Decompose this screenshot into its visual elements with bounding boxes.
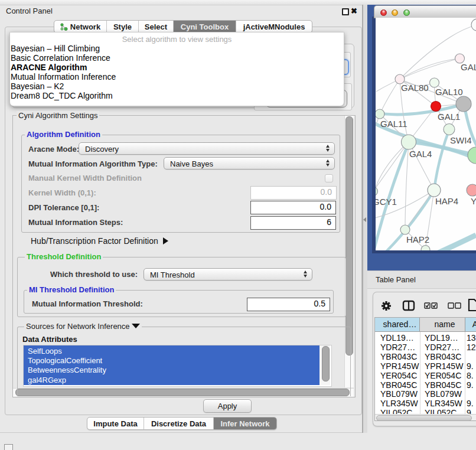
svg-text:GAL: GAL — [461, 62, 476, 72]
svg-text:GCY1: GCY1 — [376, 197, 397, 207]
svg-text:GAL11: GAL11 — [380, 119, 407, 129]
svg-text:GAL80: GAL80 — [401, 83, 429, 93]
svg-text:HAP2: HAP2 — [406, 234, 429, 244]
svg-text:HAP4: HAP4 — [435, 196, 458, 206]
svg-text:GAL10: GAL10 — [435, 87, 463, 97]
svg-text:GAL1: GAL1 — [438, 112, 460, 122]
svg-text:Y: Y — [471, 196, 476, 206]
svg-text:GAL4: GAL4 — [409, 149, 432, 159]
svg-text:SWI4: SWI4 — [450, 135, 472, 145]
